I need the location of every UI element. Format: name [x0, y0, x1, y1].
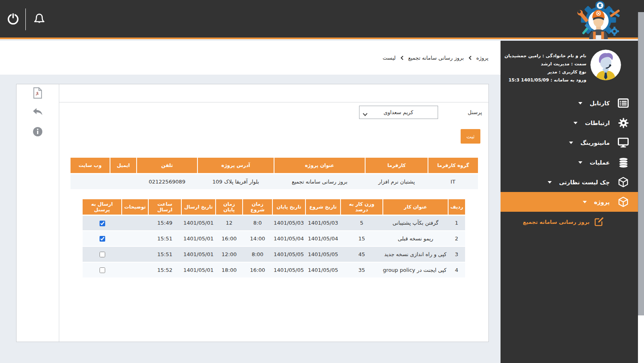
bell-icon: [33, 13, 46, 26]
user-role: نوع کاربری : مدیر: [505, 68, 586, 76]
cell: [122, 246, 148, 262]
pdf-file-icon: [33, 94, 43, 100]
chevron-down-icon: [573, 122, 578, 124]
cell: IT: [428, 173, 478, 189]
cell: بروز رسانی سامانه تجمیع: [274, 173, 365, 189]
sidebar-item-project[interactable]: پروژه: [501, 192, 638, 212]
table-row: 4کپی ایجنت در group policy351401/05/0514…: [83, 262, 465, 278]
column-header: ایمیل: [110, 158, 137, 173]
cell: 1401/05/05: [272, 246, 305, 262]
user-position: سمت : مدیریت ارشد: [505, 60, 586, 68]
sidebar-item-operations[interactable]: عملیات: [501, 152, 638, 172]
send-to-personnel-checkbox[interactable]: [100, 252, 105, 257]
sidebar-item-monitoring[interactable]: مانیتورینگ: [501, 133, 638, 152]
checkbox-cell: [83, 215, 122, 231]
column-header: وزن کار به درصد: [341, 199, 383, 215]
sidebar-subitem-system-update[interactable]: بروز رسانی سامانه تجمیع: [501, 213, 638, 230]
breadcrumb-item-project[interactable]: پروژه: [476, 55, 488, 61]
cell: 1401/05/05: [305, 246, 341, 262]
column-header: ارسال به پرسنل: [83, 199, 122, 215]
sidebar-subitem-label: بروز رسانی سامانه تجمیع: [523, 219, 590, 225]
column-header: توضیحات: [122, 199, 148, 215]
cell: 1401/05/01: [181, 262, 216, 278]
column-header: تاریخ پایان: [272, 199, 305, 215]
gear-icon: [618, 117, 629, 129]
sidebar-item-checklist[interactable]: چک لیست نظارتی: [501, 172, 638, 192]
breadcrumb-item-system-update[interactable]: بروز رسانی سامانه تجمیع: [408, 55, 464, 61]
cell: 5: [341, 215, 383, 231]
cell: 1401/05/05: [272, 262, 305, 278]
sidebar: نام و نام خانوادگی : رامین جمشیدیان سمت …: [501, 41, 638, 363]
scrollbar-thumb[interactable]: [638, 12, 644, 315]
power-icon: [6, 12, 20, 27]
support-mascot-illustration: [576, 0, 623, 39]
cell: [122, 231, 148, 246]
cell: 15:52: [148, 262, 181, 278]
info-button[interactable]: [33, 127, 43, 138]
topbar-divider: [25, 8, 26, 30]
chevron-left-icon: [401, 56, 403, 60]
personnel-select[interactable]: کریم سعداوی: [359, 106, 438, 119]
main-card: پرسنل کریم سعداوی ثبت گروه کارفرماکارفرم…: [16, 84, 489, 342]
column-header: تلفن: [137, 158, 197, 173]
monitor-icon: [618, 137, 629, 148]
cell: [71, 173, 110, 189]
chevron-down-icon: [363, 111, 368, 117]
column-header: زمان پایان: [216, 199, 243, 215]
send-to-personnel-checkbox[interactable]: [100, 221, 105, 226]
cell: 12:00: [216, 246, 243, 262]
cell: 1401/05/03: [272, 215, 305, 231]
cell: [110, 173, 137, 189]
cell: ریمو نسخه قبلی: [383, 231, 448, 246]
vertical-scrollbar[interactable]: [638, 0, 644, 363]
cell: 45: [341, 246, 383, 262]
cell: 1401/05/04: [305, 231, 341, 246]
column-header: گروه کارفرما: [428, 158, 478, 173]
back-arrow-icon: [32, 111, 44, 117]
column-header: کارفرما: [365, 158, 428, 173]
user-fullname: نام و نام خانوادگی : رامین جمشیدیان: [505, 52, 586, 60]
back-button[interactable]: [32, 107, 44, 117]
notifications-button[interactable]: [33, 13, 46, 26]
chevron-down-icon: [583, 201, 587, 203]
sidebar-item-communications[interactable]: ارتباطات: [501, 113, 638, 133]
table-row: 3کپی و راه اندازی نسخه جدید451401/05/051…: [83, 246, 465, 262]
cell: 16:00: [216, 231, 243, 246]
cell: 1401/05/04: [272, 231, 305, 246]
power-button[interactable]: [6, 12, 20, 27]
breadcrumb-band: پروژه بروز رسانی سامانه تجمیع لیست: [0, 41, 501, 75]
cell: 35: [341, 262, 383, 278]
card-toolbar: [17, 84, 59, 342]
sidebar-item-label: پروژه: [594, 199, 610, 205]
cell: کپی و راه اندازی نسخه جدید: [383, 246, 448, 262]
sidebar-item-label: چک لیست نظارتی: [559, 179, 610, 186]
personnel-label: پرسنل: [468, 109, 482, 115]
cell: 15:49: [148, 215, 181, 231]
avatar: [590, 50, 621, 80]
submit-button[interactable]: ثبت: [461, 129, 480, 144]
column-header: ساعت ارسال: [148, 199, 181, 215]
sidebar-item-label: عملیات: [590, 159, 610, 166]
personnel-selected-value: کریم سعداوی: [384, 109, 413, 115]
top-bar: [0, 0, 644, 39]
cell: 1: [448, 215, 465, 231]
sidebar-item-cartable[interactable]: کارتابل: [501, 93, 638, 113]
send-to-personnel-checkbox[interactable]: [100, 236, 105, 242]
cell: 15: [341, 231, 383, 246]
cell: 4: [448, 262, 465, 278]
column-header: عنوان کار: [383, 199, 448, 215]
column-header: زمان شروع: [243, 199, 272, 215]
cell: 1401/05/05: [305, 262, 341, 278]
sidebar-menu: کارتابل: [501, 93, 638, 230]
cell: بلوار آفریقا پلاک 109: [197, 173, 274, 189]
send-to-personnel-checkbox[interactable]: [100, 267, 105, 273]
column-header: ردیف: [448, 199, 465, 215]
chevron-down-icon: [578, 102, 582, 104]
checkbox-cell: [83, 246, 122, 262]
column-header: وب سایت: [71, 158, 110, 173]
database-icon: [618, 157, 629, 168]
edit-icon: [594, 217, 604, 227]
card-content: پرسنل کریم سعداوی ثبت گروه کارفرماکارفرم…: [60, 102, 488, 342]
cell: 18:00: [216, 262, 243, 278]
pdf-export-button[interactable]: [33, 87, 43, 100]
